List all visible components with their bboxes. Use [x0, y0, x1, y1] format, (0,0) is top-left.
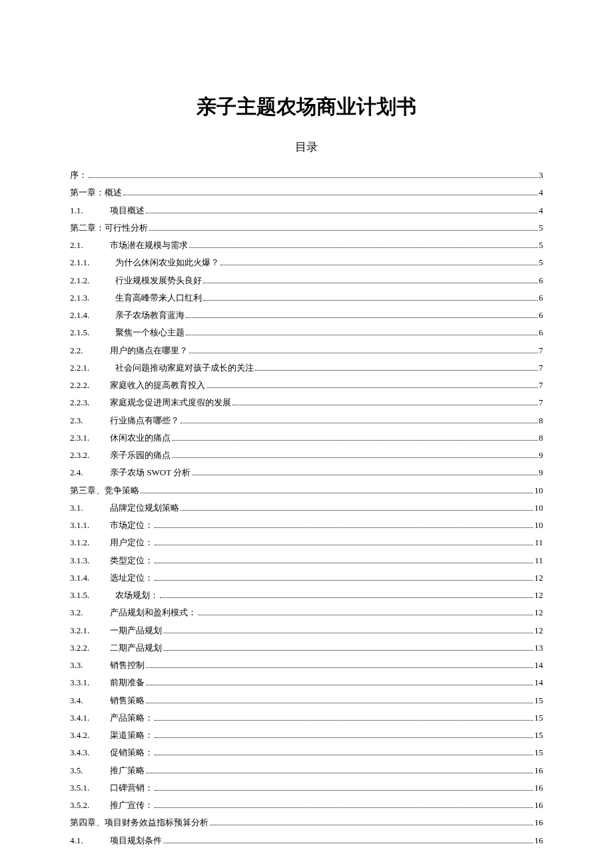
- toc-leader-dots: [186, 335, 538, 335]
- toc-entry-text: 行业痛点有哪些？: [110, 412, 179, 429]
- toc-entry: 3.1.2.用户定位：11: [70, 534, 543, 551]
- toc-entry: 2.3.行业痛点有哪些？8: [70, 412, 543, 429]
- toc-entry-number: 3.4.1.: [70, 709, 110, 727]
- toc-entry-page: 13: [534, 639, 543, 657]
- toc-entry: 3.1.5.农场规划：12: [70, 587, 543, 604]
- toc-entry-page: 11: [534, 534, 543, 551]
- toc-entry-number: 3.3.: [70, 657, 110, 674]
- toc-entry-number: 2.1.3.: [70, 289, 115, 307]
- toc-entry-page: 16: [534, 779, 543, 797]
- toc-entry-page: 7: [539, 342, 544, 359]
- toc-entry-text: 一期产品规划: [110, 622, 162, 639]
- toc-entry-number: 2.3.: [70, 412, 110, 429]
- toc-entry-text: 聚焦一个核心主题: [115, 324, 185, 341]
- toc-entry: 3.5.1.口碑营销：16: [70, 779, 543, 797]
- toc-entry: 3.4.1.产品策略：15: [70, 709, 543, 727]
- toc-entry-page: 9: [539, 464, 544, 481]
- toc-leader-dots: [192, 475, 537, 475]
- toc-leader-dots: [163, 650, 533, 651]
- toc-entry-page: 8: [539, 429, 544, 447]
- toc-entry: 3.4.3.促销策略：15: [70, 744, 543, 761]
- toc-leader-dots: [172, 457, 538, 458]
- toc-entry-page: 14: [534, 674, 543, 691]
- toc-entry-text: 行业规模发展势头良好: [115, 272, 202, 289]
- toc-entry-page: 10: [534, 482, 543, 499]
- toc-entry: 2.1.2.行业规模发展势头良好6: [70, 272, 543, 289]
- toc-entry-page: 7: [539, 359, 544, 377]
- toc-leader-dots: [255, 370, 538, 371]
- toc-entry-page: 12: [534, 622, 543, 639]
- toc-leader-dots: [189, 353, 538, 353]
- toc-entry-text: 销售策略: [110, 692, 145, 709]
- toc-entry-number: 3.4.3.: [70, 744, 110, 761]
- toc-entry: 3.5.2.推广宣传：16: [70, 797, 543, 814]
- toc-entry-page: 7: [539, 394, 544, 411]
- table-of-contents: 序：3第一章：概述41.1.项目概述4第二章：可行性分析52.1.市场潜在规模与…: [70, 167, 543, 849]
- toc-entry-page: 11: [534, 552, 543, 569]
- toc-leader-dots: [155, 527, 533, 528]
- toc-entry-text: 社会问题推动家庭对孩子成长的关注: [115, 359, 254, 377]
- toc-entry: 2.1.5.聚焦一个核心主题6: [70, 324, 543, 341]
- toc-heading: 目录: [70, 139, 543, 155]
- toc-leader-dots: [233, 405, 538, 405]
- toc-leader-dots: [155, 807, 533, 808]
- toc-entry-number: 3.3.1.: [70, 674, 110, 691]
- toc-entry-page: 3: [539, 167, 544, 184]
- toc-leader-dots: [186, 317, 538, 318]
- toc-leader-dots: [172, 440, 538, 441]
- toc-entry-number: 3.1.1.: [70, 517, 110, 534]
- toc-leader-dots: [146, 667, 533, 668]
- toc-entry-page: 16: [534, 797, 543, 814]
- toc-entry-text: 家庭收入的提高教育投入: [110, 377, 205, 394]
- toc-entry-number: 2.4.: [70, 464, 110, 481]
- toc-entry-number: 1.1.: [70, 202, 110, 219]
- toc-entry-number: 2.2.: [70, 342, 110, 359]
- toc-leader-dots: [221, 265, 538, 265]
- toc-entry-text: 亲子农场 SWOT 分析: [110, 464, 191, 481]
- toc-entry-page: 9: [539, 447, 544, 464]
- toc-entry-text: 项目规划条件: [110, 832, 162, 849]
- toc-entry-number: 序：: [70, 167, 87, 184]
- toc-leader-dots: [198, 615, 533, 615]
- toc-leader-dots: [149, 230, 538, 231]
- toc-entry-number: 3.2.2.: [70, 639, 110, 657]
- toc-entry: 2.2.用户的痛点在哪里？7: [70, 342, 543, 359]
- toc-entry: 3.2.1.一期产品规划12: [70, 622, 543, 639]
- toc-entry: 3.1.3.类型定位：11: [70, 552, 543, 569]
- toc-entry-number: 第一章：: [70, 184, 105, 201]
- toc-entry-text: 用户定位：: [110, 534, 153, 551]
- toc-entry-number: 2.1.5.: [70, 324, 115, 341]
- toc-entry-text: 二期产品规划: [110, 639, 162, 657]
- toc-entry-number: 3.1.5.: [70, 587, 115, 604]
- toc-entry: 2.1.4.亲子农场教育蓝海6: [70, 307, 543, 324]
- toc-entry-text: 农场规划：: [115, 587, 159, 604]
- toc-entry-page: 4: [539, 184, 544, 201]
- toc-entry-text: 选址定位：: [110, 569, 153, 587]
- toc-entry-number: 3.5.: [70, 762, 110, 779]
- toc-entry: 2.4.亲子农场 SWOT 分析9: [70, 464, 543, 481]
- toc-entry-page: 6: [539, 289, 544, 307]
- toc-entry-number: 第三章、: [70, 482, 105, 499]
- toc-entry: 2.2.2.家庭收入的提高教育投入7: [70, 377, 543, 394]
- toc-entry-page: 6: [539, 324, 544, 341]
- toc-entry-number: 3.1.3.: [70, 552, 110, 569]
- toc-entry-text: 口碑营销：: [110, 779, 153, 797]
- toc-leader-dots: [155, 755, 533, 755]
- toc-entry-page: 10: [534, 499, 543, 517]
- toc-entry-text: 竞争策略: [105, 482, 139, 499]
- toc-entry-text: 前期准备: [110, 674, 145, 691]
- toc-entry-number: 2.1.: [70, 237, 110, 254]
- document-title: 亲子主题农场商业计划书: [70, 93, 543, 121]
- toc-entry-page: 12: [534, 604, 543, 621]
- toc-entry-number: 3.5.1.: [70, 779, 110, 797]
- toc-entry-number: 第四章、: [70, 814, 105, 831]
- toc-leader-dots: [163, 633, 533, 633]
- toc-leader-dots: [210, 825, 533, 825]
- toc-leader-dots: [181, 510, 533, 511]
- toc-entry-text: 促销策略：: [110, 744, 153, 761]
- toc-entry-number: 3.2.1.: [70, 622, 110, 639]
- toc-entry: 2.1.1.为什么休闲农业如此火爆？5: [70, 254, 543, 271]
- toc-leader-dots: [181, 423, 538, 423]
- toc-entry-page: 15: [534, 727, 543, 744]
- toc-entry-text: 项目概述: [110, 202, 145, 219]
